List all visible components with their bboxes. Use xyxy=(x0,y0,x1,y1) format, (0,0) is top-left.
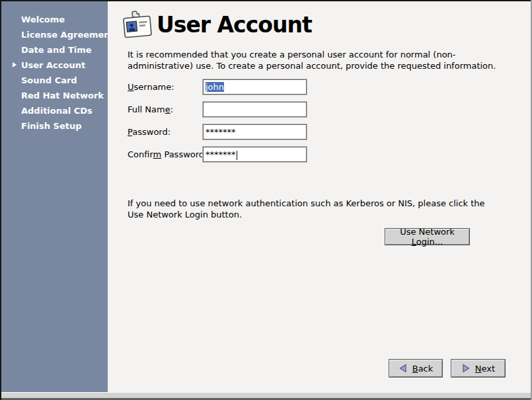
password-input[interactable]: ******* xyxy=(203,124,307,140)
sidebar-item-red-hat-network[interactable]: Red Hat Network xyxy=(1,88,108,103)
full-name-input[interactable] xyxy=(203,102,307,117)
back-arrow-icon xyxy=(399,364,408,373)
sidebar-item-label: User Account xyxy=(21,60,85,70)
confirm-password-row: Confirm Password: xyxy=(128,147,207,162)
full-name-row: Full Name: xyxy=(128,102,173,117)
confirm-password-masked-value: ******* xyxy=(206,149,236,159)
sidebar-item-license-agreement[interactable]: License Agreement xyxy=(1,27,108,42)
next-arrow-icon xyxy=(461,364,471,373)
username-selected-text: john xyxy=(206,82,224,92)
confirm-password-input[interactable]: ******* xyxy=(203,147,307,162)
setup-wizard-window: Welcome License Agreement Date and Time … xyxy=(0,0,532,400)
username-row: Username: xyxy=(128,79,174,95)
page-title: User Account xyxy=(157,12,312,38)
sidebar-item-date-and-time[interactable]: Date and Time xyxy=(1,42,108,58)
confirm-password-label: Confirm Password: xyxy=(128,149,207,159)
password-masked-value: ******* xyxy=(206,127,236,137)
intro-line-1: It is recommended that you create a pers… xyxy=(128,49,496,60)
window-border-left xyxy=(0,0,1,400)
sidebar-item-user-account[interactable]: User Account xyxy=(1,58,108,73)
username-input[interactable]: john xyxy=(203,79,307,95)
password-row: Password: xyxy=(128,124,171,140)
sidebar-item-label: Finish Setup xyxy=(21,121,82,131)
back-button[interactable]: Back xyxy=(389,359,443,378)
sidebar-item-sound-card[interactable]: Sound Card xyxy=(1,73,108,88)
sidebar-item-label: Date and Time xyxy=(21,45,92,55)
intro-text: It is recommended that you create a pers… xyxy=(128,49,496,71)
sidebar-item-label: License Agreement xyxy=(21,30,114,40)
next-button[interactable]: Next xyxy=(451,359,506,378)
sidebar-item-additional-cds[interactable]: Additional CDs xyxy=(1,103,108,118)
next-label: Next xyxy=(475,364,495,374)
active-step-arrow-icon xyxy=(13,62,17,67)
network-note-line-2: Use Network Login button. xyxy=(128,209,485,220)
main-content-area: User Account It is recommended that you … xyxy=(108,1,530,392)
sidebar-item-finish-setup[interactable]: Finish Setup xyxy=(1,118,108,134)
sidebar-item-label: Sound Card xyxy=(21,75,77,85)
sidebar-item-label: Additional CDs xyxy=(21,106,93,116)
password-label: Password: xyxy=(128,127,171,137)
network-auth-note: If you need to use network authenticatio… xyxy=(128,198,485,220)
id-badge-icon xyxy=(122,10,153,43)
text-cursor xyxy=(237,151,237,160)
sidebar-item-label: Welcome xyxy=(21,15,65,24)
back-label: Back xyxy=(412,364,434,374)
window-bottom-bar xyxy=(0,392,532,400)
full-name-label: Full Name: xyxy=(128,104,173,114)
username-label: Username: xyxy=(128,82,174,92)
sidebar-item-label: Red Hat Network xyxy=(21,91,104,100)
use-network-login-button[interactable]: Use Network Login... xyxy=(385,228,470,245)
intro-line-2: administrative) use. To create a persona… xyxy=(128,60,496,71)
sidebar-item-welcome[interactable]: Welcome xyxy=(1,12,108,27)
use-network-login-label: Use Network Login... xyxy=(385,227,469,247)
wizard-steps-sidebar: Welcome License Agreement Date and Time … xyxy=(1,1,108,392)
network-note-line-1: If you need to use network authenticatio… xyxy=(128,198,485,209)
